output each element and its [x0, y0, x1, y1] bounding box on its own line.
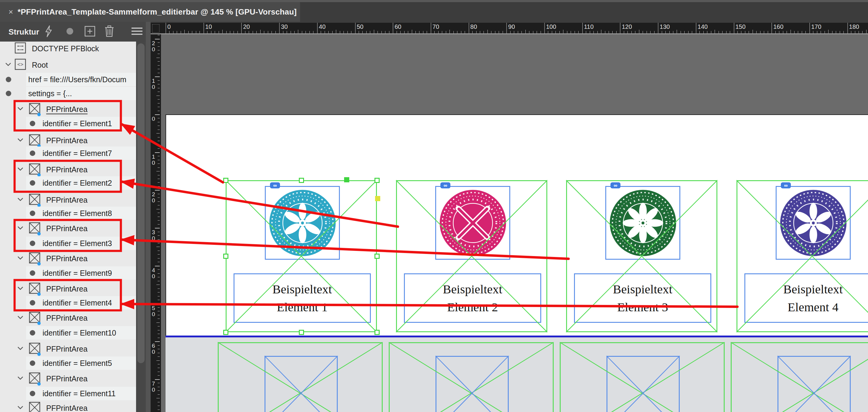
chevron-down-icon[interactable] [17, 404, 24, 412]
tree-item-label: settings = {... [28, 89, 72, 98]
chevron-down-icon[interactable] [17, 254, 24, 263]
add-box-icon[interactable] [85, 26, 95, 38]
document-canvas[interactable]: ∞BeispieltextElement 1∞BeispieltextEleme… [161, 34, 868, 412]
selection-indicator-square[interactable] [344, 177, 349, 182]
selection-handle[interactable] [223, 330, 228, 335]
tree-item-identifier[interactable]: identifier = Element7 [0, 146, 136, 161]
sample-text: BeispieltextElement 4 [744, 273, 868, 323]
image-frame-row2[interactable] [777, 356, 851, 412]
tree-item-identifier[interactable]: identifier = Element1 [0, 116, 136, 131]
tree-item-label: PFPrintArea [46, 404, 88, 412]
tree-item-settings[interactable]: settings = {... [0, 86, 136, 101]
tree-item-href[interactable]: href = file:///Users/fkn/Docum [0, 72, 136, 87]
selection-handle[interactable] [374, 178, 380, 183]
sample-text-line1: Beispieltext [404, 280, 541, 298]
attribute-bullet-icon [30, 300, 35, 306]
tree-item-pfprintarea[interactable]: PFPrintArea [0, 193, 136, 207]
linked-content-badge-icon[interactable]: ∞ [781, 182, 791, 188]
selection-handle[interactable] [223, 254, 228, 259]
tree-item-root[interactable]: <>Root [0, 58, 136, 72]
tree-item-identifier[interactable]: identifier = Element9 [0, 266, 136, 280]
tree-item-pfprintarea[interactable]: PFPrintArea [0, 311, 136, 325]
tree-item-identifier[interactable]: identifier = Element4 [0, 296, 136, 310]
tree-item-identifier[interactable]: identifier = Element11 [0, 386, 136, 401]
tree-item-label: DOCTYPE PFBlock [32, 44, 99, 53]
svg-text:<>: <> [17, 62, 23, 67]
chevron-down-icon[interactable] [17, 313, 24, 322]
image-frame-row2[interactable] [607, 356, 680, 412]
indesign-window: × *PFPrintArea_Template-Sammelform_editi… [0, 0, 868, 412]
tree-item-pfprintarea[interactable]: PFPrintArea [0, 221, 136, 236]
ruler-tick-label: 60 [395, 23, 401, 30]
tree-item-pfprintarea[interactable]: PFPrintArea [0, 281, 136, 296]
tree-item-label: PFPrintArea [46, 284, 88, 294]
tree-item-pfprintarea[interactable]: PFPrintArea [0, 401, 136, 412]
ruler-tick-label: 50 [357, 23, 364, 30]
flash-icon[interactable] [43, 25, 54, 38]
ruler-tick-label: 70 [432, 23, 439, 30]
attribute-bullet-icon [30, 211, 35, 216]
chevron-down-icon[interactable] [17, 284, 24, 294]
attribute-bullet-icon [30, 360, 35, 366]
selection-handle[interactable] [223, 178, 228, 183]
chevron-down-icon[interactable] [17, 105, 24, 114]
tree-item-label: PFPrintArea [46, 136, 88, 145]
structure-scrollbar-thumb[interactable] [137, 43, 145, 363]
chevron-down-icon[interactable] [17, 165, 24, 174]
tree-item-pfprintarea[interactable]: PFPrintArea [0, 251, 136, 266]
document-tab[interactable]: × *PFPrintArea_Template-Sammelform_editi… [0, 2, 300, 22]
tagged-frame-dot-icon [37, 232, 41, 235]
horizontal-ruler[interactable]: 0102030405060708090100110120130140150160… [161, 23, 868, 33]
chevron-down-icon[interactable] [17, 224, 24, 233]
vertical-ruler[interactable]: 2010010203040506070 [151, 34, 161, 412]
tagged-frame-dot-icon [37, 262, 41, 266]
selection-handle[interactable] [374, 330, 380, 335]
linked-content-badge-icon[interactable]: ∞ [440, 182, 451, 188]
chevron-down-icon[interactable] [4, 60, 12, 69]
tree-item-label: identifier = Element8 [42, 209, 112, 218]
tree-item-identifier[interactable]: identifier = Element3 [0, 236, 136, 250]
chevron-down-icon[interactable] [17, 374, 24, 383]
image-frame-row2[interactable] [265, 356, 338, 412]
tree-item-pfprintarea[interactable]: PFPrintArea [0, 342, 136, 356]
tab-close-icon[interactable]: × [8, 7, 18, 17]
window-top-strip [0, 0, 868, 2]
tree-item-label: identifier = Element5 [42, 359, 112, 368]
image-frame-row2[interactable] [436, 356, 509, 412]
selection-handle[interactable] [299, 330, 304, 335]
ruler-origin-box[interactable] [151, 23, 161, 34]
attribute-bullet-icon [6, 91, 11, 96]
tree-item-pfprintarea[interactable]: PFPrintArea [0, 162, 136, 177]
linked-content-badge-icon[interactable]: ∞ [270, 182, 280, 188]
chevron-down-icon[interactable] [17, 344, 24, 353]
root-element-icon: <> [14, 59, 26, 71]
chevron-down-icon[interactable] [17, 136, 24, 145]
tree-item-label: PFPrintArea [46, 224, 88, 233]
record-icon[interactable] [66, 27, 74, 37]
tree-item-label: identifier = Element7 [42, 149, 112, 158]
linked-content-badge-icon[interactable]: ∞ [611, 182, 620, 188]
tree-item-identifier[interactable]: identifier = Element8 [0, 206, 136, 220]
tree-item-identifier[interactable]: identifier = Element2 [0, 176, 136, 190]
tree-item-doctype[interactable]: DOCTYPE PFBlock [0, 41, 136, 56]
trash-icon[interactable] [104, 25, 115, 38]
tree-item-label: identifier = Element10 [42, 329, 116, 337]
sample-text-line2: Element 3 [574, 298, 711, 316]
ruler-tick-label: 120 [622, 23, 632, 30]
tree-item-identifier[interactable]: identifier = Element10 [0, 325, 136, 340]
selection-handle[interactable] [374, 254, 380, 259]
tree-item-pfprintarea[interactable]: PFPrintArea [0, 133, 136, 148]
selection-handle[interactable] [299, 178, 304, 183]
tree-item-pfprintarea[interactable]: PFPrintArea [0, 371, 136, 386]
tree-item-pfprintarea[interactable]: PFPrintArea [0, 102, 136, 116]
panel-menu-icon[interactable] [131, 27, 143, 37]
print-area-element-icon [29, 402, 40, 412]
ruler-tick-label: 40 [319, 23, 326, 30]
corner-edit-widget[interactable] [375, 196, 380, 201]
tree-item-label: identifier = Element1 [42, 119, 112, 128]
ruler-tick-label: 140 [698, 23, 708, 30]
sample-text-line1: Beispieltext [574, 280, 711, 298]
chevron-down-icon[interactable] [17, 195, 24, 204]
attribute-bullet-icon [30, 391, 35, 396]
tree-item-identifier[interactable]: identifier = Element5 [0, 356, 136, 371]
